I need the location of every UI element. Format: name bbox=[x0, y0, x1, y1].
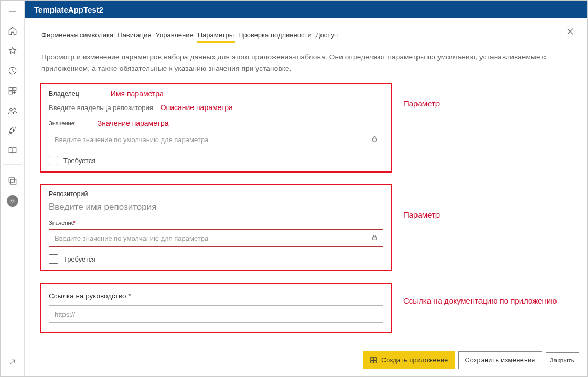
param1-value-input[interactable] bbox=[49, 131, 383, 148]
svg-rect-16 bbox=[374, 361, 377, 363]
param2-required-label: Требуется bbox=[63, 255, 95, 263]
param1-required-checkbox[interactable] bbox=[49, 156, 58, 165]
close-button[interactable]: Закрыть bbox=[546, 352, 579, 368]
nav-workspaces[interactable] bbox=[1, 171, 25, 190]
param1-annotation: Параметр bbox=[403, 99, 440, 108]
tab-authentication[interactable]: Проверка подлинности bbox=[237, 28, 313, 44]
guide-row: Ссылка на руководство * Ссылка на докуме… bbox=[40, 283, 572, 333]
save-button[interactable]: Сохранить изменения bbox=[458, 351, 542, 369]
svg-rect-1 bbox=[9, 87, 12, 90]
svg-rect-7 bbox=[9, 178, 15, 182]
nav-divider bbox=[3, 164, 22, 167]
lock-icon[interactable] bbox=[371, 135, 378, 144]
svg-rect-2 bbox=[13, 87, 16, 90]
required-star-icon: * bbox=[73, 220, 76, 226]
nav-learn[interactable] bbox=[1, 141, 25, 160]
svg-rect-12 bbox=[373, 237, 377, 240]
svg-rect-14 bbox=[374, 358, 377, 360]
nav-home[interactable] bbox=[1, 21, 25, 40]
svg-rect-11 bbox=[373, 138, 377, 141]
param2-value-label: Значение bbox=[49, 220, 74, 226]
svg-point-10 bbox=[13, 200, 14, 201]
nav-expand[interactable] bbox=[1, 352, 25, 371]
param1-name-hint: Имя параметра bbox=[111, 90, 164, 98]
left-nav-rail bbox=[1, 1, 25, 376]
param1-value-hint: Значение параметра bbox=[98, 119, 169, 127]
app-icon bbox=[370, 357, 377, 364]
svg-rect-8 bbox=[10, 179, 16, 184]
param2-required-checkbox[interactable] bbox=[49, 254, 58, 264]
workspace-avatar-icon bbox=[7, 195, 18, 207]
nav-favorites[interactable] bbox=[1, 41, 25, 60]
param2-value-input[interactable] bbox=[49, 229, 383, 247]
param1-name: Владелец bbox=[49, 90, 79, 98]
param1-desc: Введите владельца репозитория bbox=[49, 104, 153, 112]
app-root: TemplateAppTest2 Фирменная символика Нав… bbox=[0, 0, 588, 377]
param1-required-label: Требуется bbox=[63, 157, 95, 165]
param1-value-label: Значение bbox=[49, 120, 74, 126]
workspace-title: TemplateAppTest2 bbox=[34, 5, 103, 14]
tab-navigation[interactable]: Навигация bbox=[116, 28, 152, 44]
param1-desc-hint: Описание параметра bbox=[161, 103, 233, 112]
close-icon[interactable] bbox=[565, 27, 575, 38]
param2-row: Репозиторий Введите имя репозитория Знач… bbox=[40, 184, 572, 271]
save-label: Сохранить изменения bbox=[465, 357, 536, 364]
guide-url-input[interactable] bbox=[49, 305, 383, 323]
param2-desc: Введите имя репозитория bbox=[49, 202, 383, 212]
svg-point-6 bbox=[13, 129, 14, 130]
param2-annotation: Параметр bbox=[403, 210, 440, 219]
settings-tabs: Фирменная символика Навигация Управление… bbox=[40, 28, 572, 44]
svg-point-5 bbox=[14, 108, 15, 110]
nav-hamburger[interactable] bbox=[1, 3, 25, 20]
svg-point-9 bbox=[10, 200, 12, 201]
nav-deploy[interactable] bbox=[1, 121, 25, 140]
guide-panel: Ссылка на руководство * bbox=[40, 283, 392, 333]
param1-row: Владелец Имя параметра Введите владельца… bbox=[40, 83, 572, 173]
tab-description: Просмотр и изменение параметров набора д… bbox=[41, 51, 571, 74]
content-area: Фирменная символика Навигация Управление… bbox=[25, 18, 587, 376]
param2-name: Репозиторий bbox=[49, 190, 383, 198]
param2-panel: Репозиторий Введите имя репозитория Знач… bbox=[40, 184, 392, 271]
lock-icon[interactable] bbox=[371, 234, 378, 243]
required-star-icon: * bbox=[73, 121, 76, 126]
svg-rect-15 bbox=[371, 361, 373, 363]
svg-rect-13 bbox=[371, 358, 373, 360]
nav-apps[interactable] bbox=[1, 81, 25, 100]
create-app-label: Создать приложение bbox=[381, 357, 448, 364]
nav-workspace-avatar[interactable] bbox=[1, 191, 25, 210]
param1-panel: Владелец Имя параметра Введите владельца… bbox=[40, 83, 392, 173]
create-app-button[interactable]: Создать приложение bbox=[363, 351, 455, 369]
main-column: TemplateAppTest2 Фирменная символика Нав… bbox=[25, 1, 587, 376]
guide-label: Ссылка на руководство * bbox=[49, 292, 131, 300]
nav-recent[interactable] bbox=[1, 61, 25, 80]
close-label: Закрыть bbox=[550, 357, 574, 363]
tab-parameters[interactable]: Параметры bbox=[197, 28, 235, 44]
guide-annotation: Ссылка на документацию по приложению bbox=[403, 296, 557, 305]
tab-branding[interactable]: Фирменная символика bbox=[40, 28, 114, 44]
tab-control[interactable]: Управление bbox=[154, 28, 194, 44]
nav-shared[interactable] bbox=[1, 101, 25, 120]
svg-point-4 bbox=[9, 109, 12, 111]
svg-rect-3 bbox=[9, 91, 12, 94]
workspace-header: TemplateAppTest2 bbox=[25, 1, 587, 18]
footer-actions: Создать приложение Сохранить изменения З… bbox=[363, 351, 579, 369]
tab-access[interactable]: Доступ bbox=[315, 28, 339, 44]
